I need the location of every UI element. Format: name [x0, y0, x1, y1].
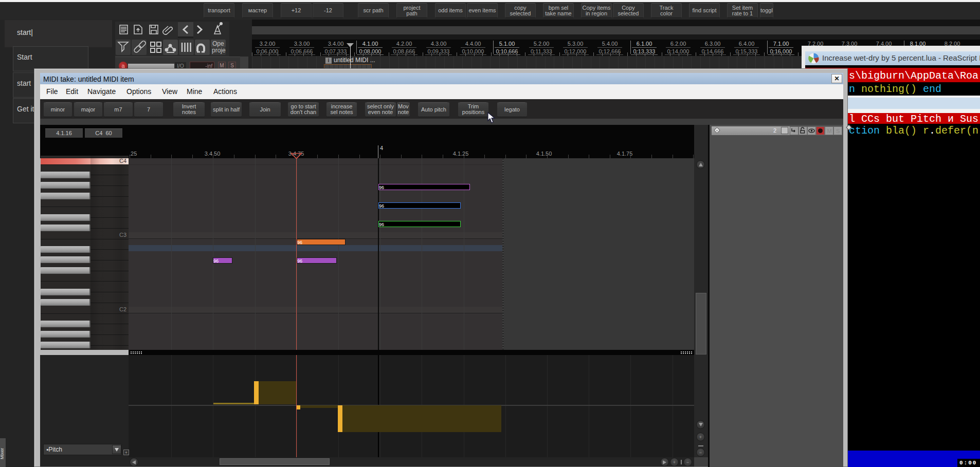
svg-text:M: M	[827, 128, 832, 134]
svg-text:S: S	[836, 128, 840, 134]
svg-text:Ope: Ope	[212, 40, 224, 47]
svg-text:proje: proje	[212, 47, 226, 54]
